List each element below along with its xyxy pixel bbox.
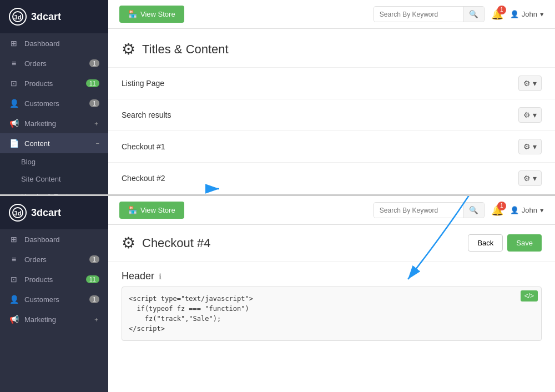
user-name: John (522, 10, 537, 18)
row-label: Checkout #2 (122, 174, 518, 183)
row-search-results: Search results ⚙ ▾ (108, 99, 555, 131)
top-bar: 🏪 View Store 🔍 🔔 1 👤 John ▾ (108, 0, 555, 29)
customers-badge: 1 (89, 99, 99, 107)
gear-button[interactable]: ⚙ ▾ (518, 170, 542, 186)
search-bar-bottom: 🔍 (374, 202, 485, 218)
user-menu[interactable]: 👤 John ▾ (510, 10, 544, 18)
expand-icon: ＋ (93, 119, 99, 128)
logo-text-bottom: 3dcart (31, 207, 61, 219)
search-input-bottom[interactable] (374, 203, 463, 218)
row-listing-page: Listing Page ⚙ ▾ (108, 68, 555, 99)
sidebar-item-label: Dashboard (24, 235, 60, 244)
content-list: Listing Page ⚙ ▾ Search results ⚙ ▾ Chec… (108, 68, 555, 194)
products-badge-b: 11 (86, 275, 99, 283)
sidebar-sub-site-content[interactable]: Site Content (0, 170, 108, 188)
sidebar-item-label: Dashboard (24, 39, 60, 48)
store-icon: 🏪 (128, 10, 137, 18)
sidebar-item-orders[interactable]: ≡ Orders 1 (0, 53, 108, 73)
sidebar-item-label: Marketing (24, 315, 56, 324)
sidebar-sub-label: Blog (21, 158, 36, 166)
notifications[interactable]: 🔔 1 (491, 8, 503, 21)
search-button-bottom[interactable]: 🔍 (463, 203, 484, 218)
orders-badge-b: 1 (89, 255, 99, 263)
notifications-bottom[interactable]: 🔔 1 (491, 204, 503, 217)
search-input[interactable] (374, 7, 463, 22)
sidebar-item-label: Products (24, 275, 53, 284)
sidebar-bottom-orders[interactable]: ≡ Orders 1 (0, 249, 108, 269)
sidebar-item-products[interactable]: ⊡ Products 11 (0, 73, 108, 93)
orders-badge: 1 (89, 59, 99, 67)
back-save-buttons: Back Save (468, 234, 542, 252)
code-content[interactable]: <script type="text/javascript"> if(typeo… (122, 287, 541, 340)
logo-bottom[interactable]: 3d 3dcart (0, 196, 108, 229)
logo[interactable]: 3d 3dcart (0, 0, 108, 33)
sidebar-item-marketing[interactable]: 📢 Marketing ＋ (0, 113, 108, 133)
save-button[interactable]: Save (507, 234, 542, 252)
logo-icon-bottom: 3d (9, 204, 27, 222)
dashboard-icon-b: ⊞ (9, 235, 19, 244)
row-label: Checkout #1 (122, 142, 518, 151)
sidebar-item-label: Orders (24, 255, 47, 264)
bottom-top-bar: 🏪 View Store 🔍 🔔 1 👤 John ▾ (108, 196, 555, 225)
sidebar-item-label: Customers (24, 99, 59, 108)
row-gear-checkout-2[interactable]: ⚙ ▾ (518, 170, 542, 186)
row-label: Search results (122, 110, 518, 119)
checkout4-title: Checkout #4 (142, 236, 211, 250)
expand-icon-b: ＋ (93, 315, 99, 324)
sidebar-item-content[interactable]: 📄 Content − (0, 133, 108, 153)
svg-text:3d: 3d (14, 14, 22, 21)
row-gear-search-results[interactable]: ⚙ ▾ (518, 107, 542, 123)
code-toggle-button[interactable]: </> (521, 290, 538, 301)
gear-button[interactable]: ⚙ ▾ (518, 107, 542, 123)
row-gear-checkout-1[interactable]: ⚙ ▾ (518, 139, 542, 154)
svg-text:3d: 3d (14, 210, 22, 217)
checkout4-main: 🏪 View Store 🔍 🔔 1 👤 John ▾ (108, 196, 555, 392)
header-section-title: Header (122, 270, 154, 282)
sidebar-item-dashboard[interactable]: ⊞ Dashboard (0, 33, 108, 53)
view-store-button[interactable]: 🏪 View Store (119, 6, 184, 23)
notification-badge: 1 (497, 6, 506, 14)
sidebar-bottom-customers[interactable]: 👤 Customers 1 (0, 289, 108, 309)
header-icons-bottom: 🔔 1 👤 John ▾ (491, 204, 544, 217)
user-name-b: John (522, 206, 537, 214)
header-section: Header ℹ (108, 262, 555, 287)
dashboard-icon: ⊞ (9, 39, 19, 48)
sidebar-sub-blog[interactable]: Blog (0, 153, 108, 170)
orders-icon-b: ≡ (9, 255, 19, 264)
sidebar-bottom-dashboard[interactable]: ⊞ Dashboard (0, 229, 108, 249)
info-icon[interactable]: ℹ (159, 272, 162, 281)
gear-button[interactable]: ⚙ ▾ (518, 76, 542, 91)
collapse-icon: − (96, 140, 99, 147)
sidebar-item-customers[interactable]: 👤 Customers 1 (0, 93, 108, 113)
search-button[interactable]: 🔍 (463, 7, 484, 22)
sidebar-sub-label: Site Content (21, 175, 61, 183)
back-button[interactable]: Back (468, 234, 503, 252)
search-bar: 🔍 (374, 6, 485, 22)
checkout4-gear-icon: ⚙ (122, 234, 135, 252)
sidebar-bottom-marketing[interactable]: 📢 Marketing ＋ (0, 309, 108, 329)
products-icon: ⊡ (9, 79, 19, 88)
customers-badge-b: 1 (89, 295, 99, 303)
page-title: Titles & Content (142, 42, 229, 57)
row-gear-listing-page[interactable]: ⚙ ▾ (518, 76, 542, 91)
row-label: Listing Page (122, 79, 518, 88)
view-store-button-bottom[interactable]: 🏪 View Store (119, 202, 184, 219)
products-icon-b: ⊡ (9, 275, 19, 284)
sidebar-bottom: 3d 3dcart ⊞ Dashboard ≡ Orders 1 ⊡ Produ… (0, 196, 108, 392)
sidebar-bottom-products[interactable]: ⊡ Products 11 (0, 269, 108, 289)
customers-icon-b: 👤 (9, 295, 19, 304)
sidebar-sub-header-footer[interactable]: Header & Footer (0, 188, 108, 194)
user-icon: 👤 (510, 10, 519, 18)
products-badge: 11 (86, 79, 99, 87)
user-icon-b: 👤 (510, 206, 519, 214)
sidebar-item-label: Orders (24, 59, 47, 68)
user-menu-bottom[interactable]: 👤 John ▾ (510, 206, 544, 214)
sidebar-sub-label: Header & Footer (21, 192, 74, 194)
customers-icon: 👤 (9, 99, 19, 108)
header-icons: 🔔 1 👤 John ▾ (491, 8, 544, 21)
chevron-down-icon: ▾ (540, 10, 544, 18)
store-icon-b: 🏪 (128, 206, 137, 214)
content-icon: 📄 (9, 139, 19, 148)
sidebar-top: 3d 3dcart ⊞ Dashboard ≡ Orders 1 ⊡ Produ… (0, 0, 108, 194)
gear-button[interactable]: ⚙ ▾ (518, 139, 542, 154)
